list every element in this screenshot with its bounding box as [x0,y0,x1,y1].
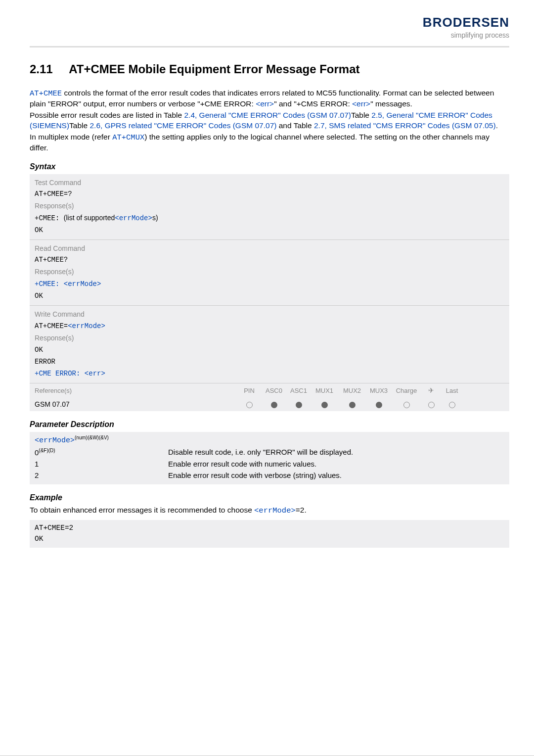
example-line: AT+CMEE=2 [35,523,504,534]
col-mux3: MUX3 [366,387,392,394]
col-charge: Charge [392,387,421,394]
airplane-icon: ✈ [428,386,434,394]
col-airplane: ✈ [421,386,441,394]
write-command-label: Write Command [35,309,504,321]
read-command: AT+CMEE? [35,254,504,266]
err-link-2[interactable]: <err> [352,99,370,108]
table-link-27[interactable]: 2.7, SMS related "CMS ERROR" Codes (GSM … [314,121,496,130]
intro-paragraph-1: AT+CMEE controls the format of the error… [30,88,509,109]
dot-icon [321,402,328,408]
col-asc0: ASC0 [261,387,287,394]
header-rule [30,46,509,47]
dot-icon [271,402,277,408]
example-line: OK [35,534,504,545]
dot-icon [349,402,356,408]
reference-data-row: GSM 07.07 [30,397,509,411]
intro-paragraph-3: In multiplex mode (refer AT+CMUX) the se… [30,132,509,153]
table-link-24[interactable]: 2.4, General "CME ERROR" Codes (GSM 07.0… [184,111,351,119]
param-desc: Enable error result code with numeric va… [168,460,316,468]
response-label: Response(s) [35,266,504,278]
errmode-link[interactable]: <errMode> [64,280,101,288]
err-link[interactable]: <err> [85,370,105,378]
read-command-block: Read Command AT+CMEE? Response(s) +CMEE:… [30,239,509,305]
test-resp-suffix: s) [152,214,158,222]
err-link-1[interactable]: <err> [256,99,274,108]
dot-icon [246,402,253,408]
example-heading: Example [30,493,509,502]
dot-icon [296,402,302,408]
dot-icon [376,402,382,408]
col-mux1: MUX1 [311,387,338,394]
dot-icon [449,402,455,408]
read-resp-prefix: +CMEE: [35,280,64,288]
test-command: AT+CMEE=? [35,189,504,200]
cmd-link[interactable]: AT+CMEE [30,89,62,98]
param-name[interactable]: <errMode> [35,436,75,445]
ok-text: OK [35,290,504,302]
cme-prefix: +CME ERROR: [35,370,85,378]
dot-icon [403,402,410,408]
section-number: 2.11 [30,62,53,76]
errmode-link[interactable]: <errMode> [68,322,105,330]
col-pin: PIN [237,387,261,394]
param-table: <errMode>(num)(&W)(&V) 0(&F)(D) Disable … [30,432,509,484]
test-resp-prefix: +CMEE: [35,214,64,222]
response-label: Response(s) [35,200,504,212]
example-code: AT+CMEE=2 OK [30,520,509,548]
param-desc: Disable result code, i.e. only "ERROR" w… [168,448,353,457]
col-mux2: MUX2 [338,387,366,394]
logo: BRODERSEN [423,15,509,30]
ok-text: OK [35,225,504,236]
param-key: 2 [35,471,39,479]
errmode-link[interactable]: <errMode> [254,506,296,515]
ref-label: Reference(s) [35,387,237,394]
syntax-heading: Syntax [30,162,509,171]
read-command-label: Read Command [35,243,504,255]
reference-header-row: Reference(s) PIN ASC0 ASC1 MUX1 MUX2 MUX… [30,383,509,397]
param-sup: (num)(&W)(&V) [75,435,109,440]
tagline: simplifying process [423,31,509,39]
col-asc1: ASC1 [287,387,311,394]
test-command-block: Test Command AT+CMEE=? Response(s) +CMEE… [30,174,509,239]
col-last: Last [441,387,463,394]
intro-paragraph-2: Possible error result codes are listed i… [30,110,509,131]
param-row: 0(&F)(D) Disable result code, i.e. only … [35,448,504,457]
write-command-block: Write Command AT+CMEE=<errMode> Response… [30,305,509,383]
param-row: 2 Enable error result code with verbose … [35,471,504,479]
response-label: Response(s) [35,332,504,344]
section-title: 2.11 AT+CMEE Mobile Equipment Error Mess… [30,62,509,76]
error-text: ERROR [35,356,504,368]
param-key: 1 [35,460,39,468]
param-key-sup: (&F)(D) [39,448,55,453]
page-header: BRODERSEN simplifying process [30,15,509,43]
errmode-link[interactable]: <errMode> [115,214,152,222]
example-intro: To obtain enhanced error messages it is … [30,505,509,516]
cmux-link[interactable]: AT+CMUX [112,133,144,142]
ref-value: GSM 07.07 [35,400,237,408]
param-heading: Parameter Description [30,420,509,429]
param-desc: Enable error result code with verbose (s… [168,471,342,479]
ok-text: OK [35,344,504,356]
test-command-label: Test Command [35,177,504,189]
section-heading: AT+CMEE Mobile Equipment Error Message F… [69,62,359,76]
param-row: 1 Enable error result code with numeric … [35,460,504,468]
write-cmd-prefix: AT+CMEE= [35,322,68,330]
test-resp-mid: (list of supported [64,214,115,222]
table-link-26[interactable]: 2.6, GPRS related "CME ERROR" Codes (GSM… [89,121,276,130]
dot-icon [428,402,435,408]
